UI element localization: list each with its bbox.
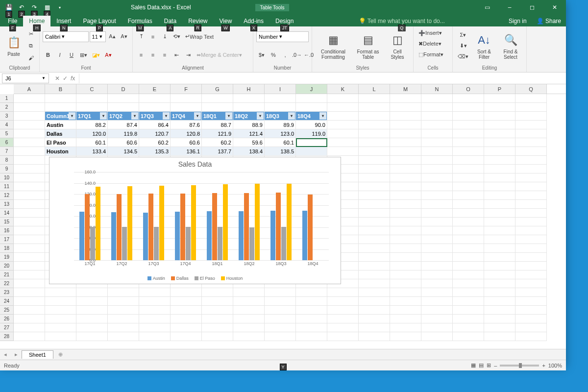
cell[interactable]: 17Q4▾ [171,112,202,121]
cell[interactable]: 87.6 [171,121,202,129]
cell[interactable]: 60.6 [108,138,139,147]
row-header[interactable]: 8 [0,156,14,165]
cell[interactable] [390,253,421,262]
page-break-view-icon[interactable]: ⊞ [487,362,491,368]
cell[interactable]: 133.4 [76,147,108,156]
cell[interactable] [421,315,453,323]
cell[interactable] [515,218,547,226]
fill-icon[interactable]: ⬇▾ [456,41,470,51]
cell[interactable] [14,288,45,297]
cell[interactable] [484,191,515,200]
cell[interactable] [139,323,171,332]
row-header[interactable]: 22 [0,279,14,288]
cell[interactable] [390,173,421,182]
autosum-icon[interactable]: Σ▾ [456,30,470,41]
cell[interactable] [108,94,139,103]
cell[interactable] [453,209,484,218]
cell[interactable] [359,129,390,138]
font-name-select[interactable]: Calibri ▾ [43,31,89,42]
cell[interactable] [453,147,484,156]
cell[interactable] [359,253,390,262]
cell[interactable] [421,138,453,147]
filter-dropdown-icon[interactable]: ▾ [131,112,138,120]
format-as-table-button[interactable]: ▤Format as Table [352,29,384,63]
row-header[interactable]: 26 [0,315,14,323]
cell[interactable] [390,112,421,121]
cell[interactable] [390,244,421,253]
ribbon-display-icon[interactable]: ▭ [476,0,498,15]
cell[interactable] [108,103,139,112]
cell[interactable]: 120.8 [171,129,202,138]
cell[interactable] [453,315,484,323]
cell[interactable] [45,315,76,323]
cell[interactable] [390,297,421,306]
col-header[interactable]: G [202,84,233,94]
cell[interactable] [390,191,421,200]
zoom-slider[interactable] [500,365,539,367]
cell[interactable] [453,226,484,235]
cell[interactable] [421,200,453,209]
cell[interactable] [390,182,421,191]
cell[interactable] [484,165,515,173]
cell[interactable] [171,323,202,332]
cell[interactable] [421,323,453,332]
cell[interactable] [421,129,453,138]
cell[interactable] [453,288,484,297]
paste-button[interactable]: 📋Paste [3,29,24,63]
cell[interactable] [171,306,202,315]
cell[interactable] [14,209,45,218]
row-header[interactable]: 18 [0,244,14,253]
row-header[interactable]: 6 [0,138,14,147]
italic-button[interactable]: I [54,49,65,60]
row-header[interactable]: 23 [0,288,14,297]
cell[interactable]: 18Q1▾ [202,112,233,121]
page-layout-view-icon[interactable]: ▤ [479,362,484,368]
conditional-formatting-button[interactable]: ▦Conditional Formatting [315,29,351,63]
cell[interactable]: 134.5 [108,147,139,156]
cell[interactable] [484,244,515,253]
cell[interactable] [421,112,453,121]
cell[interactable]: 88.2 [76,121,108,129]
enter-formula-icon[interactable]: ✓ [63,75,68,82]
cell[interactable] [202,288,233,297]
cell[interactable] [484,209,515,218]
cell[interactable] [359,103,390,112]
cell[interactable]: 18Q2▾ [233,112,265,121]
cell[interactable] [76,332,108,341]
cell[interactable] [390,218,421,226]
cell[interactable] [45,323,76,332]
cell[interactable] [296,147,327,156]
align-left-icon[interactable]: ≡ [136,49,147,60]
cell[interactable] [327,323,359,332]
increase-decimal-icon[interactable]: .0→ [292,49,302,60]
cell[interactable] [453,103,484,112]
fx-icon[interactable]: fx [71,75,75,82]
cell[interactable] [359,218,390,226]
row-header[interactable]: 12 [0,191,14,200]
percent-icon[interactable]: % [268,49,279,60]
cell[interactable] [14,253,45,262]
cell[interactable] [453,112,484,121]
cell[interactable] [421,253,453,262]
cell[interactable]: Column1▾ [45,112,76,121]
zoom-out-button[interactable]: – [494,363,497,368]
cell[interactable] [139,288,171,297]
zoom-in-button[interactable]: + [542,363,545,368]
cell[interactable]: 17Q1▾ [76,112,108,121]
filter-dropdown-icon[interactable]: ▾ [100,112,107,120]
cell[interactable] [14,138,45,147]
cancel-formula-icon[interactable]: ✕ [55,75,60,82]
cell[interactable] [453,156,484,165]
cell[interactable] [421,191,453,200]
find-select-button[interactable]: 🔍Find & Select [498,29,523,63]
cell[interactable] [453,173,484,182]
cell[interactable] [265,323,296,332]
qat-undo[interactable]: ↶2 [16,2,27,13]
cell[interactable] [14,297,45,306]
cell[interactable] [484,262,515,270]
cell[interactable] [327,297,359,306]
name-box[interactable]: J6▼ [2,74,49,83]
cell[interactable] [390,235,421,244]
cell[interactable] [171,103,202,112]
row-header[interactable]: 3 [0,112,14,121]
